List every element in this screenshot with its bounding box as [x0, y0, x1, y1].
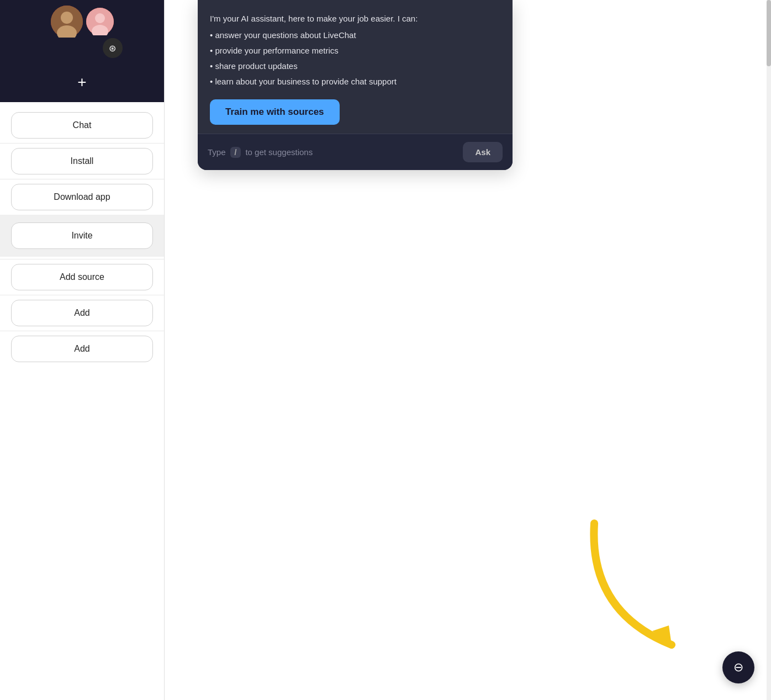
sidebar-nav: Chat Install Download app Invite Add sou…	[0, 102, 164, 700]
ai-input-hint: Type / to get suggestions	[208, 147, 456, 158]
bullet-3: share product updates	[210, 60, 500, 73]
chat-fab-button[interactable]: ⊖	[722, 651, 754, 683]
invite-section: Invite	[0, 215, 164, 257]
ai-message-area: I'm your AI assistant, here to make your…	[198, 0, 513, 134]
sidebar-item-add-2[interactable]: Add	[11, 336, 153, 362]
sidebar: ⊛ + Chat Install Download app Invite	[0, 0, 165, 700]
sidebar-item-label: Install	[71, 156, 94, 166]
ai-bullet-list: answer your questions about LiveChat pro…	[210, 29, 500, 88]
bullet-1: answer your questions about LiveChat	[210, 29, 500, 42]
avatar-group: ⊛	[51, 6, 114, 38]
hint-suffix: to get suggestions	[245, 147, 313, 157]
ai-input-area: Type / to get suggestions Ask	[198, 134, 513, 170]
sidebar-item-label: Download app	[54, 192, 110, 202]
sidebar-item-download-app[interactable]: Download app	[11, 184, 153, 210]
svg-marker-6	[652, 625, 672, 645]
sidebar-item-chat[interactable]: Chat	[11, 112, 153, 139]
sidebar-item-invite[interactable]: Invite	[11, 222, 153, 249]
divider-3	[0, 259, 164, 259]
sidebar-item-install[interactable]: Install	[11, 148, 153, 174]
avatar-bot: ⊛	[103, 38, 123, 58]
train-button[interactable]: Train me with sources	[210, 99, 340, 125]
main-content: I'm your AI assistant, here to make your…	[165, 0, 771, 700]
bullet-4: learn about your business to provide cha…	[210, 75, 500, 88]
sidebar-item-label: Invite	[71, 231, 92, 241]
ai-panel: I'm your AI assistant, here to make your…	[198, 0, 513, 170]
scrollbar-thumb[interactable]	[767, 0, 771, 66]
scrollbar-track	[767, 0, 771, 700]
chat-fab-icon: ⊖	[733, 660, 743, 675]
ai-intro: I'm your AI assistant, here to make your…	[210, 14, 418, 23]
sidebar-item-add-1[interactable]: Add	[11, 300, 153, 326]
divider-4	[0, 295, 164, 295]
avatar-main	[51, 6, 83, 38]
divider-5	[0, 331, 164, 331]
svg-point-4	[95, 13, 105, 23]
svg-point-1	[61, 12, 73, 24]
ai-message-text: I'm your AI assistant, here to make your…	[210, 12, 500, 125]
plus-icon: +	[77, 73, 86, 91]
sidebar-header: ⊛ +	[0, 0, 164, 102]
sidebar-item-label: Add	[74, 308, 89, 318]
slash-badge: /	[230, 147, 241, 158]
sidebar-item-label: Add source	[60, 272, 104, 282]
avatar-secondary	[86, 8, 114, 35]
sidebar-item-label: Add	[74, 344, 89, 354]
sidebar-item-add-source[interactable]: Add source	[11, 264, 153, 290]
hint-prefix: Type	[208, 147, 226, 157]
ask-button[interactable]: Ask	[463, 142, 503, 162]
sidebar-item-label: Chat	[73, 120, 92, 130]
yellow-arrow	[561, 512, 716, 667]
bullet-2: provide your performance metrics	[210, 44, 500, 57]
divider-2	[0, 179, 164, 179]
divider-1	[0, 143, 164, 144]
